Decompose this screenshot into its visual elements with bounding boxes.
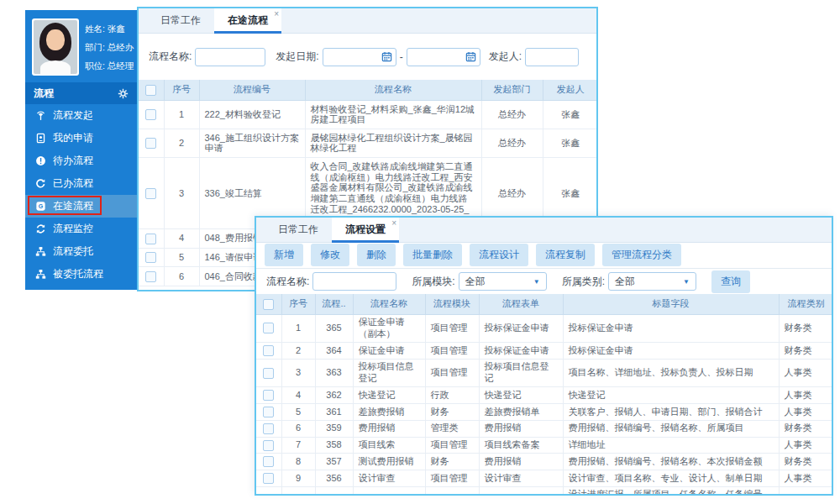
sidebar-item-label: 已办流程 bbox=[53, 176, 93, 191]
tab-flow-settings[interactable]: 流程设置 × bbox=[332, 218, 399, 242]
column-header[interactable]: 发起人 bbox=[543, 80, 598, 100]
initiator-input[interactable] bbox=[525, 48, 579, 66]
table-row[interactable]: 4362快递登记行政快递登记快递登记人事类 bbox=[256, 387, 833, 404]
row-checkbox[interactable] bbox=[145, 234, 156, 244]
flow-copy-button[interactable]: 流程复制 bbox=[536, 244, 595, 266]
column-header[interactable]: 发起部门 bbox=[481, 80, 543, 100]
cell: 项目管理 bbox=[425, 486, 479, 496]
sidebar-item[interactable]: 流程委托 bbox=[25, 240, 137, 263]
category-select[interactable]: 全部 ▼ bbox=[608, 272, 696, 291]
checkbox-cell bbox=[139, 158, 164, 229]
table-row[interactable]: 10355设计进度汇报项目管理设计进度汇报设计进度汇报、所属项目、任务名称、任务… bbox=[256, 486, 833, 496]
table-row[interactable]: 2346_施工组织设计方案申请晟铭园林绿化工程组织设计方案_晟铭园林绿化工程总经… bbox=[139, 129, 598, 157]
cell: 投标项目信息登记 bbox=[479, 359, 563, 387]
cell: 材料验收登记_材料采购_张鑫_华润12城房建工程项目 bbox=[305, 100, 481, 129]
cell: 快递登记 bbox=[353, 387, 425, 404]
row-checkbox[interactable] bbox=[145, 271, 156, 282]
row-checkbox[interactable] bbox=[263, 456, 274, 467]
user-info: 姓名: 张鑫 部门: 总经办 职位: 总经理 bbox=[85, 18, 134, 76]
table-row[interactable]: 3363投标项目信息登记项目管理投标项目信息登记项目名称、详细地址、投标负责人、… bbox=[256, 359, 833, 387]
row-checkbox[interactable] bbox=[263, 323, 274, 333]
select-all-checkbox[interactable] bbox=[145, 85, 156, 96]
table-row[interactable]: 5361差旅费报销财务差旅费报销单关联客户、报销人、申请日期、部门、报销合计人事… bbox=[256, 404, 833, 421]
sidebar-item-label: 被委托流程 bbox=[53, 267, 103, 281]
cell: 投标保证金申请 bbox=[479, 314, 563, 343]
column-header[interactable]: 流程类别 bbox=[779, 294, 833, 314]
row-checkbox[interactable] bbox=[263, 473, 274, 484]
table-row[interactable]: 1365保证金申请（副本）项目管理投标保证金申请投标保证金申请财务类 bbox=[256, 314, 833, 343]
column-header[interactable]: 序号 bbox=[281, 294, 315, 314]
row-checkbox[interactable] bbox=[145, 188, 156, 199]
module-select[interactable]: 全部 ▼ bbox=[459, 272, 547, 291]
flow-name-input[interactable] bbox=[195, 48, 265, 66]
table-row[interactable]: 2364保证金申请项目管理投标保证金申请投标保证金申请财务类 bbox=[256, 343, 833, 360]
start-date-to-input[interactable] bbox=[407, 48, 480, 66]
sidebar-item[interactable]: G在途流程 bbox=[25, 195, 137, 218]
column-header[interactable]: 流程表单 bbox=[479, 294, 563, 314]
table-row[interactable]: 6359费用报销管理类费用报销费用报销、报销编号、报销名称、所属项目财务类 bbox=[256, 420, 833, 437]
start-date-from-input[interactable] bbox=[323, 48, 396, 66]
column-header[interactable]: 流程名称 bbox=[305, 80, 481, 100]
table-row[interactable]: 7358项目线索项目管理项目线索备案详细地址人事类 bbox=[256, 437, 833, 454]
add-button[interactable]: 新增 bbox=[265, 244, 303, 266]
sidebar-item[interactable]: 我的申请 bbox=[25, 127, 137, 150]
close-icon[interactable]: × bbox=[391, 219, 396, 228]
tab-daily-work[interactable]: 日常工作 bbox=[265, 218, 332, 242]
row-checkbox[interactable] bbox=[263, 440, 274, 451]
sidebar-item[interactable]: 已办流程 bbox=[25, 172, 137, 195]
row-checkbox[interactable] bbox=[263, 390, 274, 401]
svg-text:G: G bbox=[39, 203, 44, 209]
row-checkbox[interactable] bbox=[145, 252, 156, 263]
column-header[interactable]: 标题字段 bbox=[563, 294, 779, 314]
sidebar-item[interactable]: 待办流程 bbox=[25, 150, 137, 172]
flow-design-button[interactable]: 流程设计 bbox=[470, 244, 528, 266]
category-label: 所属类别: bbox=[562, 275, 605, 289]
cell: 财务 bbox=[425, 404, 479, 421]
sidebar-item[interactable]: 被委托流程 bbox=[25, 263, 137, 286]
cell: 356 bbox=[315, 470, 353, 487]
row-checkbox[interactable] bbox=[263, 407, 274, 417]
row-checkbox[interactable] bbox=[145, 109, 156, 120]
flow-name-input[interactable] bbox=[312, 272, 396, 291]
broadcast-icon bbox=[35, 110, 46, 121]
manage-flow-category-button[interactable]: 管理流程分类 bbox=[602, 244, 681, 266]
row-checkbox[interactable] bbox=[263, 345, 274, 356]
toolbar: 新增 修改 删除 批量删除 流程设计 流程复制 管理流程分类 bbox=[256, 243, 832, 269]
cell: 总经办 bbox=[481, 100, 543, 129]
cell: 人事类 bbox=[779, 437, 833, 454]
sidebar-item-label: 流程委托 bbox=[53, 244, 93, 259]
edit-button[interactable]: 修改 bbox=[311, 244, 349, 266]
tab-in-transit-flows[interactable]: 在途流程 × bbox=[214, 8, 281, 33]
module-label: 所属模块: bbox=[412, 275, 454, 289]
checkbox-cell bbox=[139, 267, 164, 286]
search-bar: 流程名称: 所属模块: 全部 ▼ 所属类别: 全部 ▼ 查询 bbox=[256, 269, 832, 294]
cell: 保证金申请 bbox=[353, 343, 425, 360]
sidebar-item[interactable]: 流程发起 bbox=[25, 104, 137, 127]
delete-button[interactable]: 删除 bbox=[357, 244, 396, 266]
row-checkbox[interactable] bbox=[263, 368, 274, 379]
tab-daily-work[interactable]: 日常工作 bbox=[147, 8, 214, 33]
cell: 人事类 bbox=[779, 470, 833, 487]
cell: 快递登记 bbox=[479, 387, 563, 404]
table-row[interactable]: 8357测试费用报销财务费用报销费用报销、报销编号、报销名称、本次报销金额财务类 bbox=[256, 454, 833, 470]
cell: 张鑫 bbox=[543, 129, 598, 157]
table-row[interactable]: 9356设计审查项目管理设计审查设计审查、项目名称、专业、设计人、制单日期人事类 bbox=[256, 470, 833, 487]
column-header[interactable]: 流程.. bbox=[315, 294, 353, 314]
column-header[interactable]: 流程模块 bbox=[425, 294, 479, 314]
cell: 保证金申请（副本） bbox=[353, 314, 425, 343]
column-header[interactable]: 序号 bbox=[164, 80, 199, 100]
batch-delete-button[interactable]: 批量删除 bbox=[403, 244, 462, 266]
sidebar-item[interactable]: 流程监控 bbox=[25, 218, 137, 240]
column-header[interactable]: 流程编号 bbox=[199, 80, 305, 100]
checkbox-cell bbox=[139, 228, 164, 248]
row-checkbox[interactable] bbox=[145, 138, 156, 149]
gear-icon[interactable] bbox=[118, 88, 129, 99]
column-header[interactable]: 流程名称 bbox=[353, 294, 425, 314]
close-icon[interactable]: × bbox=[274, 10, 279, 18]
query-button[interactable]: 查询 bbox=[711, 270, 750, 293]
module-select-value: 全部 bbox=[465, 275, 486, 289]
table-row[interactable]: 1222_材料验收登记材料验收登记_材料采购_张鑫_华润12城房建工程项目总经办… bbox=[139, 100, 598, 129]
select-all-checkbox[interactable] bbox=[263, 299, 274, 310]
cell: 4 bbox=[281, 387, 315, 404]
row-checkbox[interactable] bbox=[263, 423, 274, 434]
